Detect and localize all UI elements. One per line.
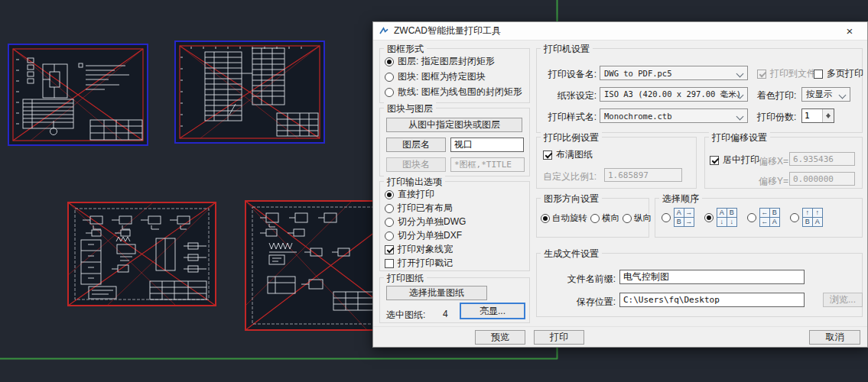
radio-icon [385,73,394,82]
selected-sheets-count: 4 [443,309,448,319]
frame-form-group: 图框形式 图层: 指定图层封闭矩形 图块: 图框为特定图块 散线: 图框为线包围… [379,48,530,103]
radio-icon [385,218,394,227]
order-ttb-icon: AB ↓↓ [717,208,737,227]
selected-sheets-label: 选中图纸: [386,309,425,322]
drawing-sheet-2[interactable] [175,41,324,143]
radio-icon [385,204,394,213]
pick-from-drawing-button[interactable]: 从图中指定图块或图层 [386,118,522,132]
spin-down-icon[interactable] [823,116,834,123]
shade-combo[interactable]: 按显示 [801,87,850,102]
drawing-sheet-1[interactable] [8,44,148,145]
frame-form-title: 图框形式 [384,43,427,56]
file-settings-group: 生成文件设置 文件名前缀: 保存位置: 浏览... [536,253,863,317]
check-object-lineweight[interactable]: 打印对象线宽 [385,243,453,256]
radio-icon [385,57,394,66]
filename-prefix-input[interactable] [619,270,805,284]
copies-input[interactable] [802,109,822,122]
radio-icon [704,213,714,222]
offset-x-input [789,152,855,166]
radio-icon [385,231,394,241]
radio-icon [623,214,632,223]
printer-settings-title: 打印机设置 [541,43,593,56]
style-label: 打印样式名: [538,111,597,124]
checkbox-icon [543,151,552,160]
radio-icon [385,190,394,199]
check-center-print[interactable]: 居中打印 [710,154,759,167]
radio-auto-rotate[interactable]: 自动旋转 [541,212,587,224]
save-path-label: 保存位置: [558,296,616,309]
scale-settings-group: 打印比例设置 布满图纸 自定义比例1: [536,137,697,189]
paper-combo[interactable]: ISO A3 (420.00 x 297.00 毫米) [600,87,748,102]
checkbox-icon [710,156,719,165]
preview-button[interactable]: 预览 [475,330,525,345]
highlight-button[interactable]: 亮显... [460,303,525,319]
file-settings-title: 生成文件设置 [541,248,602,261]
radio-frame-block[interactable]: 图块: 图框为特定图块 [385,70,486,83]
check-fit-to-paper[interactable]: 布满图纸 [543,148,593,161]
output-options-group: 打印输出选项 直接打印 打印已有布局 切分为单独DWG 切分为单独DXF 打印对… [379,181,530,271]
radio-icon [747,213,756,222]
zwcad-logo-icon [379,26,389,37]
radio-direct-print[interactable]: 直接打印 [385,188,434,201]
drawing-sheet-3[interactable] [68,202,216,306]
style-combo[interactable]: Monochrome.ctb [600,108,748,123]
printer-settings-group: 打印机设置 打印设备名: DWG to PDF.pc5 打印到文件 多页打印 纸… [536,48,863,133]
block-name-input [450,157,525,172]
order-btt-icon: ↑↑ BA [802,208,823,227]
print-sheets-title: 打印图纸 [384,272,427,285]
block-name-button[interactable]: 图块名 [386,157,446,172]
browse-button[interactable]: 浏览... [823,293,863,307]
checkbox-icon [385,245,394,254]
radio-landscape[interactable]: 横向 [590,212,619,224]
block-layer-group: 图块与图层 从图中指定图块或图层 图层名 图块名 [379,108,530,176]
order-option-top-to-bottom[interactable]: AB ↓↓ [704,208,737,227]
order-option-left-to-right[interactable]: A→ B→ [662,208,694,227]
check-print-to-file: 打印到文件 [757,67,816,80]
checkbox-icon [385,259,394,268]
radio-icon [590,214,600,223]
cancel-button[interactable]: 取消 [809,330,860,345]
offset-y-label: 偏移Y= [759,175,788,188]
radio-icon [385,88,394,97]
checkbox-icon [814,70,823,79]
batch-print-dialog: ZWCAD智能批量打印工具 × 图框形式 图层: 指定图层封闭矩形 图块: 图框… [372,21,868,348]
dialog-titlebar[interactable]: ZWCAD智能批量打印工具 × [373,22,867,40]
select-batch-sheets-button[interactable]: 选择批量图纸 [386,286,487,300]
orientation-title: 图形方向设置 [541,193,602,206]
output-options-title: 打印输出选项 [384,176,445,189]
selection-order-title: 选择顺序 [659,193,702,206]
offset-y-input [789,172,855,186]
radio-portrait[interactable]: 纵向 [623,212,652,224]
order-option-right-to-left[interactable]: ←B ←A [747,208,780,227]
order-option-bottom-to-top[interactable]: ↑↑ BA [790,208,823,227]
selection-order-group: 选择顺序 A→ B→ AB ↓↓ [655,198,863,238]
check-multipage-print[interactable]: 多页打印 [814,67,863,80]
radio-split-dxf[interactable]: 切分为单独DXF [385,229,462,242]
checkbox-icon [757,70,766,79]
filename-prefix-label: 文件名前缀: [551,273,616,286]
order-rtl-icon: ←B ←A [759,208,780,227]
offset-settings-title: 打印偏移设置 [709,131,770,144]
dialog-title: ZWCAD智能批量打印工具 [394,24,501,37]
radio-split-dwg[interactable]: 切分为单独DWG [385,215,466,228]
radio-frame-layer[interactable]: 图层: 指定图层封闭矩形 [385,55,495,68]
print-button[interactable]: 打印 [534,330,584,345]
check-plot-stamp[interactable]: 打开打印戳记 [385,257,453,270]
offset-settings-group: 打印偏移设置 居中打印 偏移X= 偏移Y= [704,137,863,189]
scale-settings-title: 打印比例设置 [541,131,602,144]
radio-frame-scatter[interactable]: 散线: 图框为线包围的封闭矩形 [385,86,522,99]
paper-label: 纸张设定: [538,89,597,102]
close-icon[interactable]: × [837,22,862,40]
order-ltr-icon: A→ B→ [674,208,694,227]
footer-divider [373,326,867,327]
orientation-group: 图形方向设置 自动旋转 横向 纵向 [536,198,649,238]
shade-label: 着色打印: [757,89,796,102]
layer-name-input[interactable] [450,138,524,152]
radio-print-layout[interactable]: 打印已有布局 [385,202,453,215]
radio-icon [790,213,799,222]
copies-spinner[interactable] [801,108,834,123]
print-sheets-group: 打印图纸 选择批量图纸 选中图纸: 4 亮显... [379,277,530,323]
layer-name-button[interactable]: 图层名 [386,138,446,152]
device-combo[interactable]: DWG to PDF.pc5 [600,66,748,80]
save-path-input[interactable] [619,293,805,307]
